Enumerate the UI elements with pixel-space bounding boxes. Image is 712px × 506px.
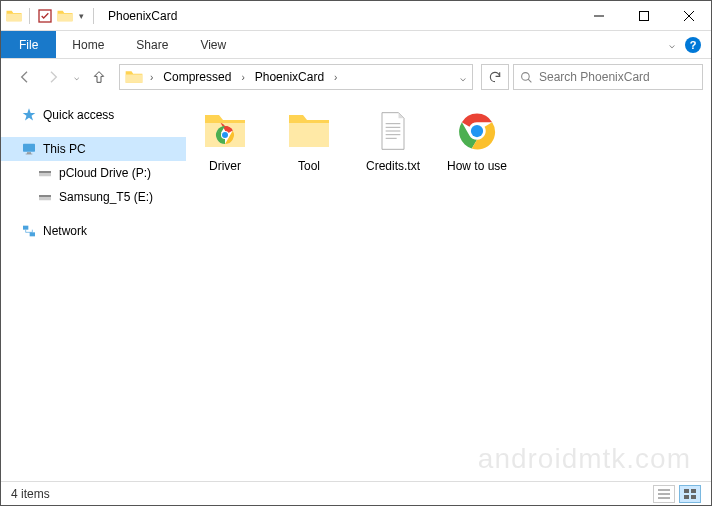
sidebar-item-label: Network: [43, 224, 87, 238]
main-area: Quick access This PC pCloud Drive (P:) S…: [1, 95, 711, 475]
title-bar: ▾ PhoenixCard: [1, 1, 711, 31]
file-tab[interactable]: File: [1, 31, 56, 58]
folder-item-driver[interactable]: Driver: [192, 107, 258, 173]
chevron-right-icon[interactable]: ›: [330, 72, 341, 83]
window-title: PhoenixCard: [102, 9, 177, 23]
share-tab[interactable]: Share: [120, 31, 184, 58]
svg-rect-2: [639, 11, 648, 20]
svg-rect-8: [27, 152, 31, 153]
refresh-button[interactable]: [481, 64, 509, 90]
checkbox-icon[interactable]: [36, 7, 54, 25]
svg-rect-11: [39, 171, 51, 173]
item-count: 4 items: [11, 487, 50, 501]
file-label: Credits.txt: [366, 159, 420, 173]
svg-point-27: [471, 125, 483, 137]
qat-dropdown-icon[interactable]: ▾: [76, 11, 87, 21]
file-item-credits[interactable]: Credits.txt: [360, 107, 426, 173]
search-icon: [520, 71, 533, 84]
file-label: Driver: [209, 159, 241, 173]
divider: [29, 8, 30, 24]
sidebar-item-samsung[interactable]: Samsung_T5 (E:): [1, 185, 186, 209]
sidebar-item-label: Quick access: [43, 108, 114, 122]
back-button[interactable]: [13, 65, 37, 89]
svg-rect-34: [691, 495, 696, 499]
svg-rect-7: [23, 144, 35, 152]
search-input[interactable]: Search PhoenixCard: [513, 64, 703, 90]
ribbon-expand-icon[interactable]: ⌵: [669, 39, 675, 50]
breadcrumb-item[interactable]: Compressed: [157, 70, 237, 84]
svg-rect-14: [23, 226, 28, 230]
sidebar-item-label: Samsung_T5 (E:): [59, 190, 153, 204]
chevron-right-icon[interactable]: ›: [146, 72, 157, 83]
forward-button[interactable]: [41, 65, 65, 89]
folder-icon: [285, 107, 333, 155]
pc-icon: [21, 141, 37, 157]
sidebar-item-this-pc[interactable]: This PC: [1, 137, 186, 161]
quick-access-toolbar: ▾: [1, 7, 102, 25]
folder-chrome-icon: [201, 107, 249, 155]
address-dropdown-icon[interactable]: ⌵: [456, 72, 470, 83]
network-icon: [21, 223, 37, 239]
folder-item-tool[interactable]: Tool: [276, 107, 342, 173]
divider: [93, 8, 94, 24]
ribbon-tabs: File Home Share View ⌵ ?: [1, 31, 711, 59]
home-tab[interactable]: Home: [56, 31, 120, 58]
status-bar: 4 items: [1, 481, 711, 505]
svg-rect-15: [30, 232, 35, 236]
sidebar-item-network[interactable]: Network: [1, 219, 186, 243]
chevron-right-icon[interactable]: ›: [237, 72, 248, 83]
view-tab[interactable]: View: [184, 31, 242, 58]
close-button[interactable]: [666, 1, 711, 30]
svg-rect-9: [26, 154, 33, 155]
svg-rect-13: [39, 195, 51, 197]
navigation-bar: ⌵ › Compressed › PhoenixCard › ⌵ Search …: [1, 59, 711, 95]
maximize-button[interactable]: [621, 1, 666, 30]
star-icon: [21, 107, 37, 123]
breadcrumb-item[interactable]: PhoenixCard: [249, 70, 330, 84]
folder-icon: [56, 7, 74, 25]
file-item-how-to-use[interactable]: How to use: [444, 107, 510, 173]
svg-rect-31: [684, 489, 689, 493]
recent-dropdown-icon[interactable]: ⌵: [69, 65, 83, 89]
text-file-icon: [369, 107, 417, 155]
sidebar-item-quick-access[interactable]: Quick access: [1, 103, 186, 127]
chrome-icon: [453, 107, 501, 155]
file-label: How to use: [447, 159, 507, 173]
file-label: Tool: [298, 159, 320, 173]
minimize-button[interactable]: [576, 1, 621, 30]
icons-view-button[interactable]: [679, 485, 701, 503]
svg-line-6: [528, 79, 531, 82]
details-view-button[interactable]: [653, 485, 675, 503]
search-placeholder: Search PhoenixCard: [539, 70, 650, 84]
navigation-pane: Quick access This PC pCloud Drive (P:) S…: [1, 95, 186, 475]
svg-point-19: [222, 132, 228, 138]
sidebar-item-label: This PC: [43, 142, 86, 156]
svg-rect-32: [691, 489, 696, 493]
sidebar-item-pcloud[interactable]: pCloud Drive (P:): [1, 161, 186, 185]
folder-icon: [5, 7, 23, 25]
file-list[interactable]: Driver Tool Credits.txt How to use: [186, 95, 711, 475]
sidebar-item-label: pCloud Drive (P:): [59, 166, 151, 180]
svg-rect-33: [684, 495, 689, 499]
folder-icon: [124, 67, 144, 87]
address-bar[interactable]: › Compressed › PhoenixCard › ⌵: [119, 64, 473, 90]
help-icon[interactable]: ?: [685, 37, 701, 53]
up-button[interactable]: [87, 65, 111, 89]
drive-icon: [37, 189, 53, 205]
drive-icon: [37, 165, 53, 181]
svg-point-5: [522, 72, 530, 80]
